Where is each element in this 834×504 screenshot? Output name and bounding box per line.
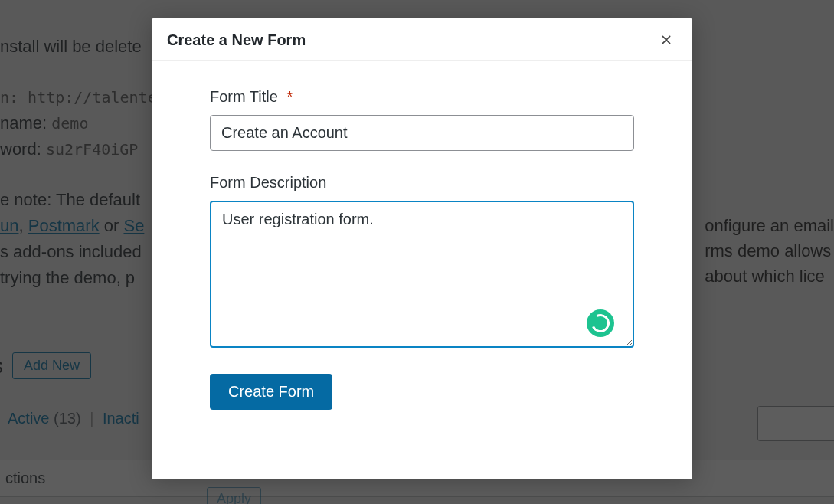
form-title-input[interactable] <box>210 115 634 151</box>
form-title-group: Form Title * <box>210 88 634 151</box>
required-asterisk: * <box>286 88 293 105</box>
create-form-modal: Create a New Form Form Title * Form Desc… <box>152 18 692 479</box>
grammarly-icon[interactable] <box>587 309 614 337</box>
form-description-group: Form Description <box>210 174 634 351</box>
modal-body: Form Title * Form Description Create For… <box>152 61 692 433</box>
create-form-button[interactable]: Create Form <box>210 374 332 410</box>
form-description-input[interactable] <box>210 201 634 348</box>
modal-title: Create a New Form <box>167 31 306 49</box>
modal-header: Create a New Form <box>152 18 692 61</box>
form-title-label: Form Title * <box>210 88 634 106</box>
close-icon[interactable] <box>656 29 677 51</box>
form-description-label: Form Description <box>210 174 634 191</box>
